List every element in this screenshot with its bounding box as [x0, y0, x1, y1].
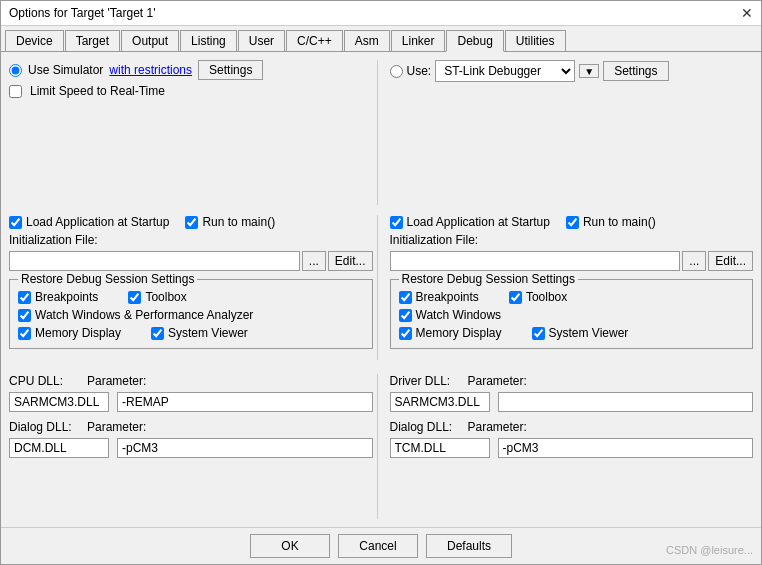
tab-device[interactable]: Device	[5, 30, 64, 51]
left-dll-section: CPU DLL: Parameter: Dialog DLL: Paramete…	[9, 374, 378, 519]
left-load-app-label: Load Application at Startup	[26, 215, 169, 229]
window-title: Options for Target 'Target 1'	[9, 6, 155, 20]
right-memory-checkbox[interactable]	[399, 327, 412, 340]
right-restore-group: Restore Debug Session Settings Breakpoin…	[390, 279, 754, 349]
tab-linker[interactable]: Linker	[391, 30, 446, 51]
left-cpu-param-label: Parameter:	[87, 374, 147, 388]
restrictions-link[interactable]: with restrictions	[109, 63, 192, 77]
right-dll-section: Driver DLL: Parameter: Dialog DLL: Param…	[386, 374, 754, 519]
footer-bar: OK Cancel Defaults CSDN @leisure...	[1, 527, 761, 564]
left-dialog-dll-label: Dialog DLL:	[9, 420, 79, 434]
left-load-app-checkbox[interactable]	[9, 216, 22, 229]
right-dialog-dll-input[interactable]	[390, 438, 490, 458]
right-driver-param-label: Parameter:	[468, 374, 528, 388]
right-settings-button[interactable]: Settings	[603, 61, 668, 81]
tab-user[interactable]: User	[238, 30, 285, 51]
use-label: Use:	[407, 64, 432, 78]
left-watch-checkbox[interactable]	[18, 309, 31, 322]
debugger-select[interactable]: ST-Link Debugger	[435, 60, 575, 82]
left-init-file-label: Initialization File:	[9, 233, 98, 247]
left-dialog-dll-input[interactable]	[9, 438, 109, 458]
left-breakpoints-checkbox[interactable]	[18, 291, 31, 304]
left-watch-label: Watch Windows & Performance Analyzer	[35, 308, 253, 322]
main-content: Use Simulator with restrictions Settings…	[1, 52, 761, 527]
right-breakpoints-checkbox[interactable]	[399, 291, 412, 304]
title-bar: Options for Target 'Target 1' ✕	[1, 1, 761, 26]
right-breakpoints-label: Breakpoints	[416, 290, 479, 304]
tab-debug[interactable]: Debug	[446, 30, 503, 52]
right-driver-param-input[interactable]	[498, 392, 754, 412]
tab-output[interactable]: Output	[121, 30, 179, 51]
right-sysviewer-checkbox[interactable]	[532, 327, 545, 340]
watermark: CSDN @leisure...	[666, 544, 753, 556]
tab-utilities[interactable]: Utilities	[505, 30, 566, 51]
defaults-button[interactable]: Defaults	[426, 534, 512, 558]
right-restore-title: Restore Debug Session Settings	[399, 272, 578, 286]
left-sysviewer-checkbox[interactable]	[151, 327, 164, 340]
left-restore-group: Restore Debug Session Settings Breakpoin…	[9, 279, 373, 349]
right-toolbox-label: Toolbox	[526, 290, 567, 304]
right-load-app-label: Load Application at Startup	[407, 215, 550, 229]
left-init-dots-button[interactable]: ...	[302, 251, 326, 271]
right-panel-top: Use: ST-Link Debugger ▼ Settings	[386, 60, 754, 205]
left-cpu-dll-label: CPU DLL:	[9, 374, 79, 388]
simulator-label: Use Simulator	[28, 63, 103, 77]
close-button[interactable]: ✕	[741, 5, 753, 21]
use-debugger-radio[interactable]	[390, 65, 403, 78]
left-run-to-main-checkbox[interactable]	[185, 216, 198, 229]
right-init-file-input[interactable]	[390, 251, 681, 271]
right-watch-checkbox[interactable]	[399, 309, 412, 322]
left-init-file-input[interactable]	[9, 251, 300, 271]
left-cpu-param-input[interactable]	[117, 392, 373, 412]
left-toolbox-checkbox[interactable]	[128, 291, 141, 304]
left-load-section: Load Application at Startup Run to main(…	[9, 215, 378, 360]
left-memory-checkbox[interactable]	[18, 327, 31, 340]
left-cpu-dll-input[interactable]	[9, 392, 109, 412]
right-driver-dll-label: Driver DLL:	[390, 374, 460, 388]
limit-speed-checkbox[interactable]	[9, 85, 22, 98]
right-dialog-param-label: Parameter:	[468, 420, 528, 434]
ok-button[interactable]: OK	[250, 534, 330, 558]
simulator-settings-button[interactable]: Settings	[198, 60, 263, 80]
tab-asm[interactable]: Asm	[344, 30, 390, 51]
left-dialog-param-label: Parameter:	[87, 420, 147, 434]
left-restore-title: Restore Debug Session Settings	[18, 272, 197, 286]
right-toolbox-checkbox[interactable]	[509, 291, 522, 304]
simulator-radio[interactable]	[9, 64, 22, 77]
right-run-to-main-label: Run to main()	[583, 215, 656, 229]
right-watch-label: Watch Windows	[416, 308, 502, 322]
right-load-section: Load Application at Startup Run to main(…	[386, 215, 754, 360]
right-init-file-label: Initialization File:	[390, 233, 479, 247]
main-window: Options for Target 'Target 1' ✕ Device T…	[0, 0, 762, 565]
left-panel-top: Use Simulator with restrictions Settings…	[9, 60, 378, 205]
right-run-to-main-checkbox[interactable]	[566, 216, 579, 229]
right-dialog-param-input[interactable]	[498, 438, 754, 458]
tab-target[interactable]: Target	[65, 30, 120, 51]
right-memory-label: Memory Display	[416, 326, 502, 340]
tab-cpp[interactable]: C/C++	[286, 30, 343, 51]
cancel-button[interactable]: Cancel	[338, 534, 418, 558]
right-init-edit-button[interactable]: Edit...	[708, 251, 753, 271]
left-memory-label: Memory Display	[35, 326, 121, 340]
left-toolbox-label: Toolbox	[145, 290, 186, 304]
right-sysviewer-label: System Viewer	[549, 326, 629, 340]
tab-listing[interactable]: Listing	[180, 30, 237, 51]
left-sysviewer-label: System Viewer	[168, 326, 248, 340]
left-dialog-param-input[interactable]	[117, 438, 373, 458]
right-load-app-checkbox[interactable]	[390, 216, 403, 229]
left-run-to-main-label: Run to main()	[202, 215, 275, 229]
limit-speed-label: Limit Speed to Real-Time	[30, 84, 165, 98]
right-dialog-dll-label: Dialog DLL:	[390, 420, 460, 434]
left-init-edit-button[interactable]: Edit...	[328, 251, 373, 271]
right-init-dots-button[interactable]: ...	[682, 251, 706, 271]
debugger-dropdown-arrow[interactable]: ▼	[579, 64, 599, 78]
right-driver-dll-input[interactable]	[390, 392, 490, 412]
tabs-bar: Device Target Output Listing User C/C++ …	[1, 26, 761, 52]
left-breakpoints-label: Breakpoints	[35, 290, 98, 304]
